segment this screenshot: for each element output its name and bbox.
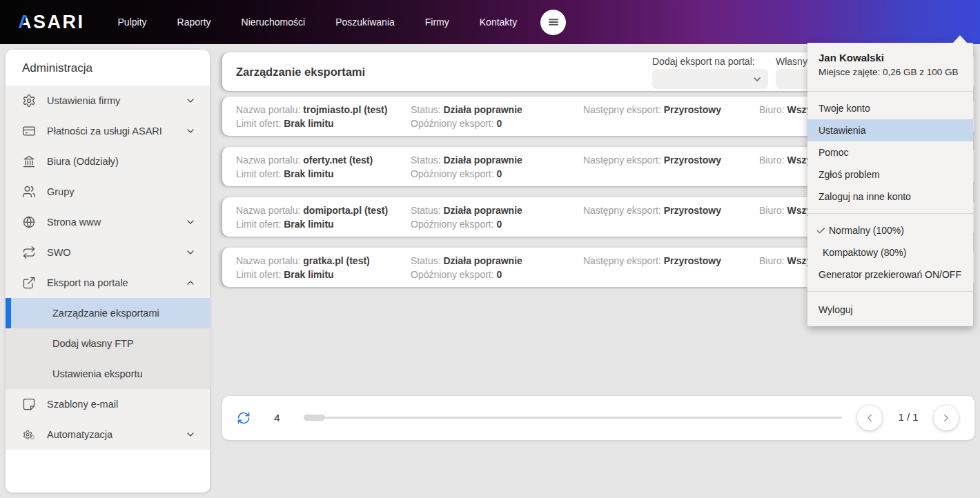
delayed-value: 0 [497, 118, 502, 129]
menu-item-ustawienia[interactable]: Ustawienia [807, 119, 973, 141]
next-page-button[interactable] [934, 406, 959, 430]
chevron-up-icon [185, 277, 196, 288]
menu-divider [807, 291, 973, 292]
dropdown-caret [952, 35, 968, 43]
menu-item-twoje-konto[interactable]: Twoje konto [807, 97, 973, 119]
nav-item-poszukiwania[interactable]: Poszukiwania [320, 10, 410, 34]
office-label: Biuro: [759, 104, 785, 115]
status-value: Działa poprawnie [443, 255, 522, 266]
limit-label: Limit ofert: [236, 118, 281, 129]
asari-logo[interactable]: ASARI [18, 13, 85, 32]
globe-icon [22, 215, 36, 229]
status-label: Status: [411, 155, 441, 166]
status-value: Działa poprawnie [443, 104, 522, 115]
menu-item-kompaktowy[interactable]: Kompaktowy (80%) [807, 241, 973, 263]
sidebar-item-label: Płatności za usługi ASARI [47, 126, 185, 137]
delayed-label: Opóźniony eksport: [411, 168, 494, 179]
menu-item-pomoc[interactable]: Pomoc [807, 141, 973, 163]
sidebar-subitem-dodaj-wlasny-ftp[interactable]: Dodaj własny FTP [6, 328, 210, 359]
office-label: Biuro: [759, 155, 785, 166]
sidebar-item-eksport-na-portale[interactable]: Eksport na portale [6, 268, 210, 298]
nav-item-pulpity[interactable]: Pulpity [103, 10, 162, 34]
menu-item-generator-przekierowan[interactable]: Generator przekierowań ON/OFF [807, 263, 973, 286]
status-label: Status: [411, 255, 441, 266]
gears-icon [22, 428, 36, 441]
sidebar-item-swo[interactable]: SWO [6, 237, 210, 268]
limit-label: Limit ofert: [236, 219, 281, 230]
sidebar-item-ustawienia-firmy[interactable]: Ustawienia firmy [6, 86, 210, 116]
chevron-right-icon [940, 412, 952, 424]
refresh-icon[interactable] [237, 411, 251, 425]
sidebar-item-grupy[interactable]: Grupy [6, 177, 210, 207]
limit-value: Brak limitu [284, 168, 333, 179]
sidebar-subitem-label: Ustawienia eksportu [52, 368, 143, 379]
chevron-down-icon [185, 429, 196, 440]
add-export-label: Dodaj eksport na portal: [652, 56, 768, 67]
nav-item-firmy[interactable]: Firmy [410, 10, 464, 34]
delayed-label: Opóźniony eksport: [411, 269, 494, 280]
credit-card-icon [22, 124, 36, 138]
nav-item-kontakty[interactable]: Kontakty [464, 10, 532, 34]
sidebar-menu: Ustawienia firmy Płatności za usługi ASA… [6, 86, 210, 450]
next-export-value: Przyrostowy [664, 205, 721, 216]
more-menu-button[interactable] [540, 10, 566, 35]
sidebar-subitem-zarzadzanie-eksportami[interactable]: Zarządzanie eksportami [6, 298, 210, 328]
user-dropdown-menu: Jan Kowalski Miejsce zajęte: 0,26 GB z 1… [807, 43, 973, 326]
results-count: 4 [274, 412, 280, 424]
asari-logo-letter: A [18, 13, 33, 32]
nav-item-raporty[interactable]: Raporty [162, 10, 226, 34]
sidebar-item-szablony-email[interactable]: Szablony e-mail [6, 389, 210, 419]
sidebar-item-label: Biura (Oddziały) [47, 156, 196, 167]
bank-icon [22, 155, 36, 168]
admin-sidebar: Administracja Ustawienia firmy Płatności… [6, 50, 210, 492]
user-info: Jan Kowalski Miejsce zajęte: 0,26 GB z 1… [807, 51, 973, 86]
limit-label: Limit ofert: [236, 168, 281, 179]
next-export-label: Następny eksport: [583, 104, 661, 115]
sidebar-subitem-label: Dodaj własny FTP [52, 338, 134, 349]
portal-value: gratka.pl (test) [303, 255, 369, 266]
slider-handle[interactable] [304, 415, 325, 421]
add-export-group: Dodaj eksport na portal: [652, 56, 768, 89]
sidebar-item-automatyzacja[interactable]: Automatyzacja [6, 419, 210, 450]
limit-value: Brak limitu [284, 269, 333, 280]
menu-item-zglos-problem[interactable]: Zgłoś problem [807, 163, 973, 186]
users-icon [22, 185, 36, 199]
sidebar-item-label: Automatyzacja [47, 429, 185, 440]
external-link-icon [22, 276, 36, 290]
status-label: Status: [411, 205, 441, 216]
sidebar-item-strona-www[interactable]: Strona www [6, 207, 210, 237]
asari-logo-text: SARI [33, 13, 85, 32]
delayed-value: 0 [497, 219, 502, 230]
portal-value: domiporta.pl (test) [303, 205, 388, 216]
menu-item-normalny[interactable]: Normalny (100%) [807, 219, 973, 241]
previous-page-button[interactable] [857, 406, 882, 430]
sidebar-item-label: Szablony e-mail [47, 399, 196, 410]
portal-value: trojmiasto.pl (test) [303, 104, 387, 115]
sidebar-item-platnosci[interactable]: Płatności za usługi ASARI [6, 116, 210, 146]
limit-label: Limit ofert: [236, 269, 281, 280]
page-size-slider[interactable] [304, 417, 842, 419]
chevron-left-icon [863, 412, 876, 424]
nav-item-nieruchomosci[interactable]: Nieruchomości [226, 10, 321, 34]
status-label: Status: [411, 104, 441, 115]
portal-label: Nazwa portalu: [236, 205, 300, 216]
menu-item-zaloguj-inne-konto[interactable]: Zaloguj na inne konto [807, 186, 973, 208]
chevron-down-icon [185, 217, 196, 228]
menu-divider [807, 91, 973, 92]
portal-label: Nazwa portalu: [236, 155, 300, 166]
add-export-select[interactable] [652, 69, 768, 89]
top-navbar: ASARI Pulpity Raporty Nieruchomości Posz… [0, 0, 980, 44]
sidebar-item-biura[interactable]: Biura (Oddziały) [6, 146, 210, 177]
sidebar-subitem-ustawienia-eksportu[interactable]: Ustawienia eksportu [6, 359, 210, 389]
office-label: Biuro: [759, 255, 785, 266]
next-export-label: Następny eksport: [583, 255, 661, 266]
sidebar-item-label: SWO [47, 247, 185, 258]
page-indicator: 1 / 1 [887, 411, 930, 423]
page-title: Zarządzanie eksportami [236, 52, 365, 91]
main-nav-menu: Pulpity Raporty Nieruchomości Poszukiwan… [103, 10, 533, 34]
next-export-label: Następny eksport: [583, 155, 661, 166]
sidebar-footer [6, 450, 210, 492]
user-storage: Miejsce zajęte: 0,26 GB z 100 GB [819, 66, 962, 79]
menu-item-wyloguj[interactable]: Wyloguj [807, 297, 973, 322]
next-export-label: Następny eksport: [583, 205, 661, 216]
